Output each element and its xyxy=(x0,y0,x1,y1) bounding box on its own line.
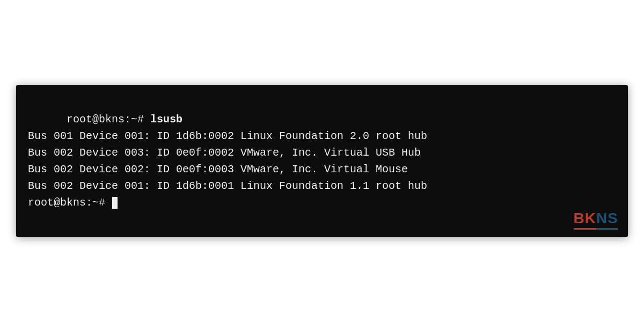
prompt-line-2: root@bkns:~# xyxy=(28,196,118,209)
logo-letter-b: B xyxy=(574,210,585,227)
page-wrapper: root@bkns:~# lsusb Bus 001 Device 001: I… xyxy=(0,0,644,322)
bkns-letters: B K N S xyxy=(574,210,618,227)
logo-letter-s: S xyxy=(608,210,618,227)
logo-underline xyxy=(574,228,618,230)
terminal-content: root@bkns:~# lsusb Bus 001 Device 001: I… xyxy=(28,94,616,228)
command-text: lsusb xyxy=(150,113,182,126)
logo-letter-k: K xyxy=(585,210,596,227)
logo-letter-n: N xyxy=(596,210,608,227)
output-line-3: Bus 002 Device 002: ID 0e0f:0003 VMware,… xyxy=(28,163,408,175)
cursor-blink xyxy=(112,197,118,209)
prompt-line-1: root@bkns:~# lsusb xyxy=(67,113,182,126)
prompt-text-2: root@bkns:~# xyxy=(28,196,112,209)
output-line-1: Bus 001 Device 001: ID 1d6b:0002 Linux F… xyxy=(28,130,427,142)
output-line-2: Bus 002 Device 003: ID 0e0f:0002 VMware,… xyxy=(28,147,421,159)
terminal-window: root@bkns:~# lsusb Bus 001 Device 001: I… xyxy=(16,85,628,237)
bkns-logo: B K N S xyxy=(574,210,618,230)
output-line-4: Bus 002 Device 001: ID 1d6b:0001 Linux F… xyxy=(28,180,427,192)
prompt-text-1: root@bkns:~# xyxy=(67,113,150,126)
